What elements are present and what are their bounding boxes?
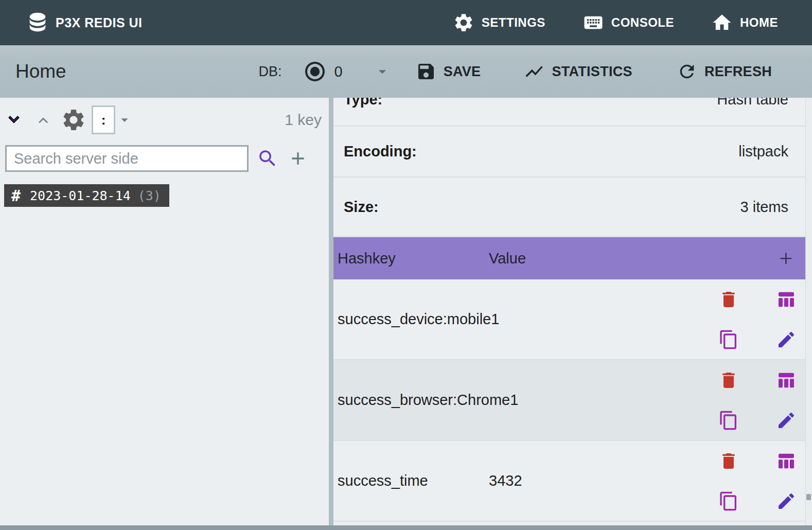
chevron-down-icon <box>4 110 24 130</box>
search-button[interactable] <box>257 148 278 169</box>
search-icon <box>257 148 278 169</box>
tree-item-key[interactable]: # 2023-01-28-14 (3) <box>4 184 169 207</box>
home-label: HOME <box>740 15 778 30</box>
main-area: : 1 key # 2023-01-28-14 (3) Type: <box>0 98 812 530</box>
trash-icon <box>718 370 739 391</box>
edit-hashkey-button[interactable] <box>776 491 797 511</box>
copy-icon <box>718 491 739 511</box>
search-input[interactable] <box>5 145 249 172</box>
refresh-label: REFRESH <box>704 64 772 80</box>
table-columns-icon <box>776 289 797 310</box>
info-value: 3 items <box>740 199 788 216</box>
separator-input[interactable]: : <box>92 105 115 134</box>
trash-icon <box>718 289 739 310</box>
copy-hashkey-button[interactable] <box>718 491 739 511</box>
info-label: Encoding: <box>344 143 417 160</box>
tree-item-count: (3) <box>138 188 161 203</box>
column-header-value: Value <box>489 250 526 267</box>
home-icon <box>711 12 733 33</box>
app-logo: P3X REDIS UI <box>26 11 143 34</box>
db-radio-selected[interactable]: 0 <box>303 59 343 84</box>
bottom-edge-bar <box>0 525 812 530</box>
plus-icon <box>288 148 308 169</box>
page-toolbar: Home DB: 0 SAVE STATISTICS REFRESH <box>0 45 812 98</box>
chart-icon <box>524 61 544 82</box>
add-hashkey-button[interactable] <box>776 249 796 268</box>
separator-dropdown-button[interactable] <box>116 112 133 128</box>
tree-controls: : 1 key <box>4 105 324 135</box>
chevron-up-icon <box>34 111 52 129</box>
panel-splitter[interactable] <box>329 98 333 530</box>
column-header-hashkey: Hashkey <box>338 250 396 267</box>
statistics-button[interactable]: STATISTICS <box>524 61 632 82</box>
keyboard-icon <box>582 12 604 33</box>
hash-table-header: Hashkey Value <box>333 237 812 279</box>
detail-scroll: Type: Hash table Encoding: listpack Size… <box>333 98 812 522</box>
hash-type-icon: # <box>11 187 21 205</box>
database-icon <box>26 11 49 34</box>
page-title: Home <box>15 61 66 82</box>
copy-icon <box>718 410 739 431</box>
scrollbar-thumb[interactable] <box>806 494 811 500</box>
info-value: listpack <box>738 143 788 160</box>
info-label: Size: <box>344 199 379 216</box>
pencil-icon <box>776 410 797 431</box>
edit-hashkey-button[interactable] <box>776 410 797 431</box>
info-row-type: Type: Hash table <box>333 98 812 127</box>
home-button[interactable]: HOME <box>711 12 778 33</box>
add-key-button[interactable] <box>288 148 308 169</box>
gear-icon <box>61 107 86 133</box>
hash-table-row: success_browser:Chrome1 <box>333 360 812 441</box>
info-row-size: Size: 3 items <box>333 178 812 237</box>
delete-hashkey-button[interactable] <box>718 370 739 391</box>
hash-table-row: success_time 3432 <box>333 441 812 522</box>
info-value: Hash table <box>717 98 788 108</box>
info-label: Type: <box>344 98 382 108</box>
settings-button[interactable]: SETTINGS <box>453 12 545 33</box>
save-button[interactable]: SAVE <box>416 61 481 82</box>
refresh-icon <box>677 61 697 82</box>
radio-checked-icon <box>303 59 327 84</box>
copy-hashkey-button[interactable] <box>718 410 739 431</box>
hash-table-row: success_device:mobile1 <box>333 279 812 360</box>
db-value: 0 <box>334 63 343 80</box>
collapse-all-button[interactable] <box>34 111 52 129</box>
statistics-label: STATISTICS <box>552 64 632 80</box>
copy-hashkey-button[interactable] <box>718 329 739 350</box>
view-columns-button[interactable] <box>776 451 797 471</box>
save-label: SAVE <box>444 64 481 80</box>
table-columns-icon <box>776 451 797 471</box>
gear-icon <box>453 12 474 33</box>
hashkey-text: success_device:mobile1 <box>333 311 499 328</box>
pencil-icon <box>776 491 797 511</box>
console-button[interactable]: CONSOLE <box>582 12 674 33</box>
pencil-icon <box>776 329 797 350</box>
app-title: P3X REDIS UI <box>56 15 143 30</box>
hashkey-text: success_time <box>333 472 428 489</box>
copy-icon <box>718 329 739 350</box>
key-detail-panel: Type: Hash table Encoding: listpack Size… <box>333 98 812 530</box>
table-columns-icon <box>776 370 797 391</box>
keys-sidebar: : 1 key # 2023-01-28-14 (3) <box>0 98 329 530</box>
settings-label: SETTINGS <box>482 15 545 30</box>
edit-hashkey-button[interactable] <box>776 329 797 350</box>
expand-all-button[interactable] <box>4 110 24 130</box>
hashvalue-text: 3432 <box>489 472 522 489</box>
console-label: CONSOLE <box>611 15 674 30</box>
view-columns-button[interactable] <box>776 370 797 391</box>
caret-down-icon <box>374 63 391 80</box>
tree-item-label: 2023-01-28-14 <box>30 188 131 203</box>
plus-icon <box>776 249 796 268</box>
refresh-button[interactable]: REFRESH <box>677 61 772 82</box>
key-count: 1 key <box>285 111 324 129</box>
vertical-scrollbar[interactable] <box>805 98 812 530</box>
save-icon <box>416 61 436 82</box>
delete-hashkey-button[interactable] <box>718 451 739 471</box>
trash-icon <box>718 451 739 471</box>
tree-settings-button[interactable] <box>61 107 86 133</box>
view-columns-button[interactable] <box>776 289 797 310</box>
db-dropdown-button[interactable] <box>374 63 391 80</box>
delete-hashkey-button[interactable] <box>718 289 739 310</box>
info-row-encoding: Encoding: listpack <box>333 127 812 178</box>
db-label: DB: <box>258 64 281 80</box>
